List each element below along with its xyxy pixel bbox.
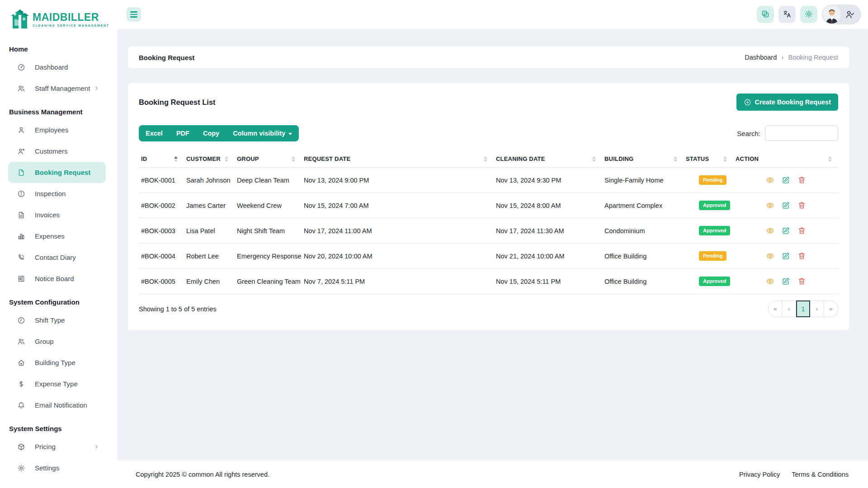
- view-button[interactable]: [766, 201, 774, 210]
- pagination-last-button[interactable]: »: [824, 300, 838, 317]
- table-row: #BOK-0004 Robert Lee Emergency Response …: [139, 244, 838, 269]
- sidebar-item-employees[interactable]: Employees: [0, 119, 118, 141]
- file-icon: [17, 169, 25, 177]
- copy-widgets-button[interactable]: [757, 6, 774, 23]
- cell-customer: Robert Lee: [184, 253, 235, 260]
- sidebar-item-label: Customers: [35, 147, 68, 155]
- sidebar-item-label: Settings: [35, 464, 59, 472]
- table-row: #BOK-0005 Emily Chen Green Cleaning Team…: [139, 269, 838, 294]
- edit-button[interactable]: [782, 176, 790, 184]
- view-button[interactable]: [766, 277, 774, 286]
- clock-icon: [17, 316, 25, 324]
- column-header-status[interactable]: STATUS: [684, 155, 733, 162]
- top-bar: [118, 0, 868, 29]
- booking-request-card: Booking Request List Create Booking Requ…: [128, 83, 849, 330]
- pdf-button[interactable]: PDF: [170, 125, 196, 141]
- cell-actions: [733, 252, 838, 260]
- edit-button[interactable]: [782, 226, 790, 235]
- sidebar-item-email-notification[interactable]: Email Notification: [0, 394, 118, 416]
- delete-button[interactable]: [797, 252, 806, 260]
- view-button[interactable]: [766, 252, 774, 260]
- table-row: #BOK-0003 Lisa Patel Night Shift Team No…: [139, 218, 838, 244]
- sidebar-item-shift-type[interactable]: Shift Type: [0, 310, 118, 331]
- delete-button[interactable]: [797, 176, 806, 184]
- edit-button[interactable]: [782, 201, 790, 210]
- cell-request-date: Nov 7, 2024 5:11 PM: [302, 278, 494, 285]
- sidebar-item-pricing[interactable]: Pricing: [0, 436, 118, 457]
- sidebar-item-settings[interactable]: Settings: [0, 457, 118, 479]
- column-visibility-button[interactable]: Column visibility: [226, 125, 299, 141]
- sidebar-item-label: Employees: [35, 126, 68, 134]
- cell-customer: Lisa Patel: [184, 227, 235, 235]
- bell-icon: [17, 401, 25, 409]
- table-search: Search:: [737, 126, 838, 141]
- maidbiller-logo-icon: [10, 9, 30, 30]
- copy-button[interactable]: Copy: [196, 125, 226, 141]
- sidebar-toggle-button[interactable]: [127, 7, 141, 22]
- sidebar: MAIDBILLER CLEANING SERVICE MANAGEMENT H…: [0, 0, 118, 488]
- sidebar-item-label: Invoices: [35, 211, 60, 219]
- people-icon: [17, 84, 25, 93]
- pagination-next-button[interactable]: ›: [810, 300, 824, 317]
- cell-request-date: Nov 20, 2024 10:00 AM: [302, 253, 494, 260]
- cell-building: Single-Family Home: [602, 177, 684, 184]
- person-check-icon: [845, 9, 855, 19]
- delete-button[interactable]: [797, 226, 806, 235]
- cell-customer: Sarah Johnson: [184, 177, 235, 184]
- column-header-group[interactable]: GROUP: [235, 155, 302, 162]
- delete-button[interactable]: [797, 277, 806, 286]
- create-booking-request-button[interactable]: Create Booking Request: [736, 94, 838, 111]
- list-title: Booking Request List: [139, 98, 216, 107]
- sidebar-item-notice-board[interactable]: Notice Board: [0, 268, 118, 289]
- privacy-policy-link[interactable]: Privacy Policy: [739, 471, 780, 478]
- delete-button[interactable]: [797, 201, 806, 210]
- cell-actions: [733, 226, 838, 235]
- terms-conditions-link[interactable]: Terms & Conditions: [792, 471, 849, 478]
- sidebar-item-expenses[interactable]: Expenses: [0, 225, 118, 247]
- cell-building: Condominium: [602, 227, 684, 235]
- pagination-prev-button[interactable]: ‹: [782, 300, 796, 317]
- settings-button[interactable]: [800, 6, 817, 23]
- chevron-right-icon: [94, 85, 99, 91]
- sidebar-item-staff-management[interactable]: Staff Management: [0, 78, 118, 99]
- sidebar-item-group[interactable]: Group: [0, 331, 118, 352]
- view-button[interactable]: [766, 226, 774, 235]
- cell-building: Office Building: [602, 253, 684, 260]
- footer-links: Privacy Policy Terms & Conditions: [739, 471, 849, 478]
- sidebar-item-invoices[interactable]: Invoices: [0, 204, 118, 225]
- cell-customer: Emily Chen: [184, 278, 235, 285]
- pagination-first-button[interactable]: «: [768, 300, 782, 317]
- edit-button[interactable]: [782, 252, 790, 260]
- sidebar-item-inspection[interactable]: Inspection: [0, 183, 118, 204]
- view-button[interactable]: [766, 176, 774, 184]
- sidebar-item-dashboard[interactable]: Dashboard: [0, 56, 118, 78]
- package-icon: [17, 443, 25, 451]
- breadcrumb-current: Booking Request: [788, 54, 838, 61]
- status-badge: Approved: [699, 201, 730, 210]
- sidebar-section-system-configuration: System Configuration: [0, 289, 118, 310]
- sidebar-item-booking-request[interactable]: Booking Request: [8, 162, 106, 183]
- sidebar-item-expense-type[interactable]: Expense Type: [0, 373, 118, 394]
- column-header-cleaning-date[interactable]: CLEANING DATE: [494, 155, 602, 162]
- sort-icon: [828, 156, 832, 162]
- column-header-customer[interactable]: CUSTOMER: [184, 155, 235, 162]
- column-header-request-date[interactable]: REQUEST DATE: [302, 155, 494, 162]
- cell-cleaning-date: Nov 15, 2024 8:00 AM: [494, 202, 602, 209]
- sidebar-section-business-management: Business Management: [0, 99, 118, 119]
- pagination-page-1-button[interactable]: 1: [796, 300, 810, 317]
- edit-button[interactable]: [782, 277, 790, 286]
- sidebar-item-label: Inspection: [35, 190, 66, 197]
- breadcrumb-dashboard-link[interactable]: Dashboard: [745, 54, 777, 61]
- sidebar-item-label: Group: [35, 338, 54, 345]
- table-row: #BOK-0002 James Carter Weekend Crew Nov …: [139, 193, 838, 218]
- column-header-id[interactable]: ID: [139, 155, 184, 162]
- language-button[interactable]: [778, 6, 796, 23]
- sidebar-item-contact-diary[interactable]: Contact Diary: [0, 247, 118, 268]
- sidebar-item-customers[interactable]: Customers: [0, 141, 118, 162]
- excel-button[interactable]: Excel: [139, 125, 170, 141]
- column-header-action[interactable]: ACTION: [733, 155, 838, 162]
- column-header-building[interactable]: BUILDING: [602, 155, 684, 162]
- search-input[interactable]: [765, 126, 838, 141]
- sidebar-item-building-type[interactable]: Building Type: [0, 352, 118, 373]
- user-menu[interactable]: [822, 5, 861, 24]
